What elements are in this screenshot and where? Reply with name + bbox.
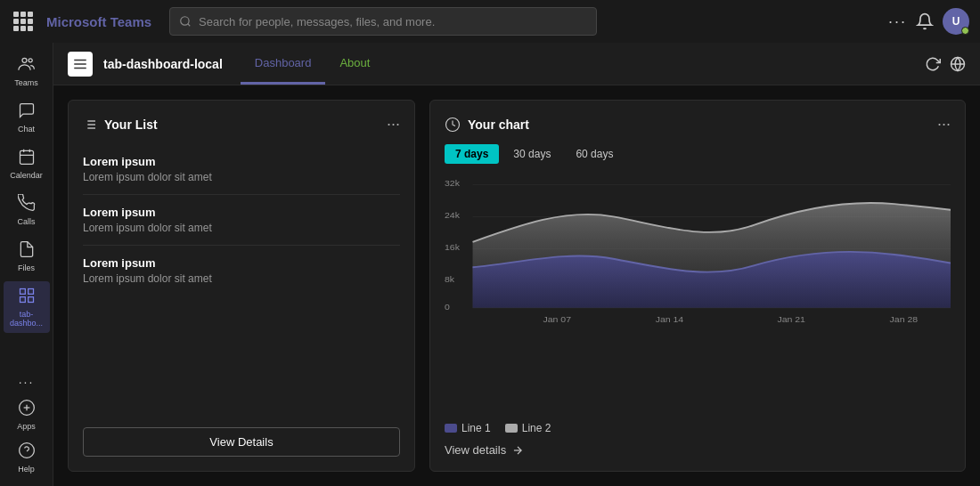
x-label-jan21: Jan 21 (777, 314, 805, 323)
legend-line2: Line 2 (505, 422, 551, 434)
y-label-0: 0 (445, 302, 450, 311)
chat-icon (18, 101, 36, 122)
sidebar-item-chat-label: Chat (18, 125, 35, 134)
grid-menu-button[interactable] (11, 9, 36, 34)
tab-dashboard[interactable]: Dashboard (241, 43, 326, 85)
sidebar-item-calls[interactable]: Calls (4, 189, 50, 231)
view-details-button[interactable]: View Details (83, 427, 400, 457)
legend-line1-swatch (445, 424, 457, 433)
list-items: Lorem ipsum Lorem ipsum dolor sit amet L… (83, 144, 400, 296)
chart-tab-7days[interactable]: 7 days (445, 144, 499, 164)
topbar-right: ··· U (888, 8, 969, 35)
chart-tab-60days[interactable]: 60 days (565, 144, 624, 164)
sidebar-item-calendar-label: Calendar (10, 171, 43, 180)
bell-icon[interactable] (916, 12, 934, 30)
view-details-link[interactable]: View details (445, 443, 951, 457)
globe-icon[interactable] (950, 56, 966, 72)
chart-legend: Line 1 Line 2 (445, 422, 951, 434)
legend-line2-label: Line 2 (522, 422, 551, 434)
more-options-button[interactable]: ··· (888, 12, 907, 31)
list-item-title: Lorem ipsum (83, 256, 400, 270)
svg-rect-9 (28, 289, 33, 295)
chart-card: Your chart ··· 7 days 30 days 60 days 32… (429, 100, 966, 472)
sidebar-item-calls-label: Calls (17, 217, 35, 226)
sidebar-item-files-label: Files (18, 263, 35, 272)
topbar: Microsoft Teams Search for people, messa… (0, 0, 980, 43)
svg-rect-4 (20, 150, 33, 164)
list-item-sub: Lorem ipsum dolor sit amet (83, 222, 400, 234)
list-item[interactable]: Lorem ipsum Lorem ipsum dolor sit amet (83, 194, 400, 245)
app-icon-box (68, 52, 93, 77)
sidebar-item-calendar[interactable]: Calendar (4, 142, 50, 185)
list-item[interactable]: Lorem ipsum Lorem ipsum dolor sit amet (83, 144, 400, 194)
subheader: tab-dashboard-local Dashboard About (53, 43, 980, 85)
tab-dashbo-icon (18, 287, 36, 307)
x-label-jan07: Jan 07 (543, 314, 571, 323)
avatar-status-badge (961, 27, 969, 35)
sidebar-item-tab-dashbo[interactable]: tab-dashbo... (4, 281, 50, 333)
main-panels: Your List ··· Lorem ipsum Lorem ipsum do… (53, 85, 980, 486)
app-name: tab-dashboard-local (103, 57, 223, 71)
content-area: tab-dashboard-local Dashboard About (53, 43, 980, 486)
sidebar-bottom: ··· Apps Help (4, 370, 50, 479)
legend-line2-swatch (505, 424, 518, 433)
svg-point-15 (19, 443, 34, 458)
sidebar-item-more[interactable]: ··· (4, 370, 50, 393)
sidebar-item-apps[interactable]: Apps (4, 393, 50, 436)
list-card-more-button[interactable]: ··· (387, 115, 400, 134)
chart-card-header: Your chart ··· (445, 115, 951, 134)
list-item[interactable]: Lorem ipsum Lorem ipsum dolor sit amet (83, 245, 400, 296)
files-icon (18, 240, 36, 261)
y-label-32k: 32k (445, 179, 461, 188)
app-title: Microsoft Teams (46, 14, 151, 29)
refresh-icon[interactable] (925, 56, 941, 72)
list-card: Your List ··· Lorem ipsum Lorem ipsum do… (68, 100, 415, 472)
svg-rect-10 (28, 297, 33, 303)
list-item-title: Lorem ipsum (83, 155, 400, 168)
legend-line1: Line 1 (445, 422, 491, 434)
y-label-8k: 8k (445, 275, 455, 284)
list-card-title: Your List (83, 117, 158, 132)
subheader-right (925, 56, 966, 72)
app-box-icon (72, 56, 88, 72)
chart-icon (445, 117, 461, 133)
tab-about[interactable]: About (325, 43, 384, 85)
svg-line-1 (188, 24, 191, 27)
sidebar: Teams Chat Calendar Cal (0, 43, 53, 486)
calendar-icon (18, 148, 36, 168)
sidebar-item-help[interactable]: Help (4, 436, 50, 479)
sidebar-item-tab-dashbo-label: tab-dashbo... (7, 310, 46, 328)
chart-card-more-button[interactable]: ··· (937, 115, 951, 134)
help-icon (18, 441, 36, 462)
tab-navigation: Dashboard About (241, 43, 385, 85)
sidebar-item-apps-label: Apps (17, 422, 36, 431)
sidebar-item-help-label: Help (18, 465, 35, 474)
svg-point-0 (181, 17, 189, 25)
search-bar[interactable]: Search for people, messages, files, and … (169, 7, 597, 36)
avatar-initials: U (952, 15, 960, 28)
list-icon (83, 117, 97, 132)
x-label-jan14: Jan 14 (656, 314, 684, 323)
list-item-title: Lorem ipsum (83, 206, 400, 219)
x-label-jan28: Jan 28 (890, 314, 919, 323)
teams-icon (18, 55, 36, 76)
chart-card-title: Your chart (445, 117, 529, 133)
sidebar-item-teams[interactable]: Teams (4, 50, 50, 93)
list-item-sub: Lorem ipsum dolor sit amet (83, 171, 400, 183)
svg-rect-11 (20, 297, 25, 303)
sidebar-item-files[interactable]: Files (4, 235, 50, 278)
sidebar-item-chat[interactable]: Chat (4, 96, 50, 139)
chart-tabs: 7 days 30 days 60 days (445, 144, 951, 164)
list-card-header: Your List ··· (83, 115, 400, 134)
chart-tab-30days[interactable]: 30 days (502, 144, 561, 164)
grid-icon (13, 12, 33, 31)
calls-icon (18, 194, 36, 215)
arrow-right-icon (511, 444, 524, 457)
list-item-sub: Lorem ipsum dolor sit amet (83, 272, 400, 285)
chart-area: 32k 24k 16k 8k 0 (445, 174, 951, 415)
main-layout: Teams Chat Calendar Cal (0, 43, 980, 486)
more-icon: ··· (19, 376, 35, 388)
avatar[interactable]: U (943, 8, 969, 35)
apps-icon (18, 399, 36, 419)
sidebar-item-teams-label: Teams (14, 78, 38, 87)
